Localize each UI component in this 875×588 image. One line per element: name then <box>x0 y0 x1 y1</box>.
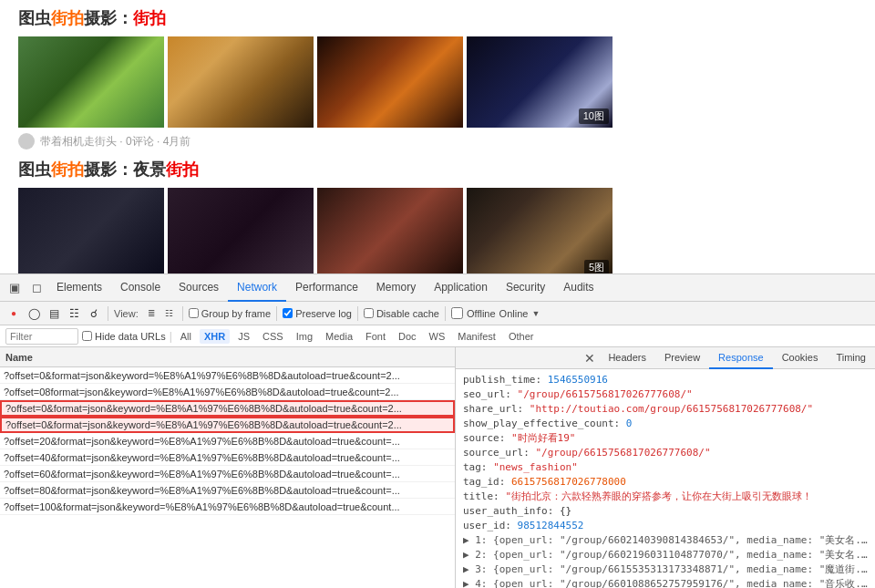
article-2-title-mid: 街拍 <box>51 160 84 179</box>
details-close-icon[interactable]: ✕ <box>584 351 595 366</box>
article-1-images: 10图 <box>18 36 857 128</box>
details-content: publish_time: 1546550916 seo_url: "/grou… <box>456 369 875 588</box>
request-name-7: ?offset=80&format=json&keyword=%E8%A1%97… <box>4 485 400 496</box>
hide-data-urls-checkbox[interactable] <box>82 331 92 341</box>
tab-network[interactable]: Network <box>228 274 286 302</box>
filter-other-btn[interactable]: Other <box>504 329 539 344</box>
toolbar-separator-2 <box>182 306 183 321</box>
detail-tab-timing[interactable]: Timing <box>827 347 875 369</box>
online-dropdown-icon[interactable]: ▼ <box>531 309 540 318</box>
article-1-img-2[interactable] <box>168 36 314 128</box>
article-1-title-suffix: 摄影： <box>84 9 133 27</box>
article-2-title: 图虫街拍摄影：夜景街拍 <box>18 159 857 181</box>
detail-line-11[interactable]: ▶ 1: {open_url: "/group/6602140390814384… <box>463 533 868 548</box>
detail-val-1: "/group/6615756817026777608/" <box>518 388 693 400</box>
filter-all-btn[interactable]: All <box>176 329 196 344</box>
filter-css-btn[interactable]: CSS <box>258 329 288 344</box>
filter-js-btn[interactable]: JS <box>233 329 254 344</box>
detail-val-10: 98512844552 <box>518 520 584 531</box>
disable-cache-checkbox[interactable] <box>364 308 374 318</box>
filter-font-btn[interactable]: Font <box>361 329 390 344</box>
tab-audits[interactable]: Audits <box>554 274 602 302</box>
details-pane: ✕ Headers Preview Response Cookies Timin… <box>456 347 875 588</box>
filter-img-btn[interactable]: Img <box>292 329 317 344</box>
preserve-log-label: Preserve log <box>295 308 352 319</box>
article-1-img-1[interactable] <box>18 36 164 128</box>
detail-expand-text-13: 3: {open_url: "/group/661553531317334887… <box>475 563 868 575</box>
filter-ws-btn[interactable]: WS <box>425 329 450 344</box>
preserve-log-checkbox-group: Preserve log <box>283 308 352 319</box>
detail-key-8: title: <box>463 490 499 502</box>
detail-val-7: 6615756817026778000 <box>511 476 626 488</box>
detail-key-0: publish_time: <box>463 374 541 386</box>
filter-media-btn[interactable]: Media <box>321 329 357 344</box>
preserve-log-checkbox[interactable] <box>283 308 293 318</box>
article-1-title-mid: 街拍 <box>51 9 84 27</box>
offline-checkbox[interactable] <box>451 307 463 319</box>
detail-key-4: source: <box>463 432 505 444</box>
request-row-2[interactable]: ?offset=0&format=json&keyword=%E8%A1%97%… <box>0 400 455 417</box>
request-name-6: ?offset=60&format=json&keyword=%E8%A1%97… <box>4 469 400 480</box>
requests-header: Name <box>0 347 455 367</box>
detail-key-1: seo_url: <box>463 388 511 400</box>
expand-icon-13[interactable]: ▶ <box>463 563 469 575</box>
detail-tab-headers[interactable]: Headers <box>599 347 655 369</box>
requests-list[interactable]: ?offset=0&format=json&keyword=%E8%A1%97%… <box>0 367 455 588</box>
request-row-6[interactable]: ?offset=60&format=json&keyword=%E8%A1%97… <box>0 466 455 482</box>
inspect-element-icon[interactable]: ▣ <box>4 277 26 299</box>
article-1-img-4[interactable]: 10图 <box>467 36 612 128</box>
device-toolbar-icon[interactable]: ◻ <box>26 277 47 299</box>
view-list-icon[interactable]: ≣ <box>144 306 159 321</box>
hide-data-urls-group: Hide data URLs <box>82 331 166 342</box>
filter-doc-btn[interactable]: Doc <box>394 329 421 344</box>
view-large-icon[interactable]: ☷ <box>162 306 177 321</box>
detail-tab-preview[interactable]: Preview <box>655 347 709 369</box>
article-2-img-2[interactable] <box>168 188 314 278</box>
article-1-img-3[interactable] <box>317 36 463 128</box>
record-icon[interactable]: ● <box>5 305 22 322</box>
request-row-4[interactable]: ?offset=20&format=json&keyword=%E8%A1%97… <box>0 433 455 449</box>
article-2-img-1[interactable] <box>18 188 164 278</box>
filter-input[interactable] <box>5 328 78 345</box>
tab-memory[interactable]: Memory <box>367 274 425 302</box>
tab-elements[interactable]: Elements <box>47 274 111 302</box>
request-row-3[interactable]: ?offset=0&format=json&keyword=%E8%A1%97%… <box>0 417 455 433</box>
detail-line-8: title: "街拍北京：六款轻熟养眼的穿搭参考，让你在大街上吸引无数眼球！ <box>463 490 868 504</box>
filter-manifest-btn[interactable]: Manifest <box>453 329 500 344</box>
request-row-5[interactable]: ?offset=40&format=json&keyword=%E8%A1%97… <box>0 449 455 466</box>
request-row-0[interactable]: ?offset=0&format=json&keyword=%E8%A1%97%… <box>0 367 455 384</box>
expand-icon-14[interactable]: ▶ <box>463 578 469 588</box>
request-row-1[interactable]: ?offset=08format=json&keyword=%E8%A1%97%… <box>0 384 455 400</box>
detail-tab-cookies[interactable]: Cookies <box>773 347 828 369</box>
detail-tab-response[interactable]: Response <box>709 347 773 369</box>
tab-console[interactable]: Console <box>111 274 170 302</box>
detail-line-13[interactable]: ▶ 3: {open_url: "/group/6615535313173348… <box>463 562 868 577</box>
detail-line-14[interactable]: ▶ 4: {open_url: "/group/6601088652757959… <box>463 577 868 588</box>
search-icon[interactable]: ☌ <box>86 305 102 322</box>
expand-icon-11[interactable]: ▶ <box>463 534 469 546</box>
article-1-title-prefix: 图虫 <box>18 9 51 27</box>
article-2: 图虫街拍摄影：夜景街拍 5图 <box>0 159 875 278</box>
network-main: Name ?offset=0&format=json&keyword=%E8%A… <box>0 347 875 588</box>
detail-key-6: tag: <box>463 461 488 473</box>
filter-icon[interactable]: ☷ <box>66 305 82 322</box>
detail-line-7: tag_id: 6615756817026778000 <box>463 475 868 490</box>
camera-icon[interactable]: ▤ <box>46 305 62 322</box>
expand-icon-12[interactable]: ▶ <box>463 549 469 561</box>
filter-xhr-btn[interactable]: XHR <box>200 329 230 344</box>
detail-line-12[interactable]: ▶ 2: {open_url: "/group/6602196031104877… <box>463 548 868 562</box>
clear-icon[interactable]: ◯ <box>26 305 42 322</box>
tab-security[interactable]: Security <box>497 274 554 302</box>
article-2-img-3[interactable] <box>317 188 463 278</box>
filter-bar: Hide data URLs | All XHR JS CSS Img Medi… <box>0 325 875 347</box>
group-by-frame-checkbox[interactable] <box>189 308 199 318</box>
detail-key-3: show_play_effective_count: <box>463 418 620 429</box>
tab-performance[interactable]: Performance <box>286 274 367 302</box>
request-row-8[interactable]: ?offset=100&format=json&keyword=%E8%A1%9… <box>0 499 455 515</box>
request-row-7[interactable]: ?offset=80&format=json&keyword=%E8%A1%97… <box>0 482 455 499</box>
article-1-title-highlight: 街拍 <box>133 9 166 27</box>
article-2-img-4[interactable]: 5图 <box>467 188 612 278</box>
tab-sources[interactable]: Sources <box>170 274 228 302</box>
online-label: Online <box>499 308 529 319</box>
tab-application[interactable]: Application <box>425 274 497 302</box>
